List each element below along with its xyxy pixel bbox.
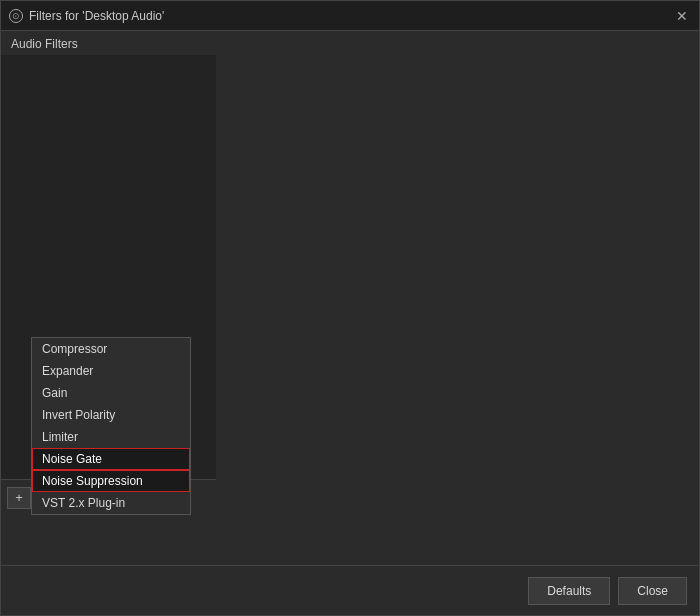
section-label: Audio Filters [1,31,699,55]
dropdown-item[interactable]: Limiter [32,426,190,448]
dropdown-item[interactable]: Expander [32,360,190,382]
dropdown-item[interactable]: Noise Gate [32,448,190,470]
dropdown-item[interactable]: Invert Polarity [32,404,190,426]
dropdown-item[interactable]: Noise Suppression [32,470,190,492]
title-bar-left: ⊙ Filters for 'Desktop Audio' [9,9,164,23]
dropdown-item[interactable]: VST 2.x Plug-in [32,492,190,514]
add-filter-dropdown: CompressorExpanderGainInvert PolarityLim… [31,337,191,515]
add-filter-button[interactable]: + [7,487,31,509]
window-title: Filters for 'Desktop Audio' [29,9,164,23]
dropdown-item[interactable]: Gain [32,382,190,404]
defaults-button[interactable]: Defaults [528,577,610,605]
dropdown-item[interactable]: Compressor [32,338,190,360]
filters-panel: CompressorExpanderGainInvert PolarityLim… [1,55,216,515]
close-button[interactable]: Close [618,577,687,605]
title-bar: ⊙ Filters for 'Desktop Audio' ✕ [1,1,699,31]
filters-window: ⊙ Filters for 'Desktop Audio' ✕ Audio Fi… [0,0,700,616]
close-icon[interactable]: ✕ [673,7,691,25]
filters-list-area: CompressorExpanderGainInvert PolarityLim… [1,55,216,515]
footer: Defaults Close [1,565,699,615]
window-icon: ⊙ [9,9,23,23]
main-content: CompressorExpanderGainInvert PolarityLim… [1,55,699,565]
